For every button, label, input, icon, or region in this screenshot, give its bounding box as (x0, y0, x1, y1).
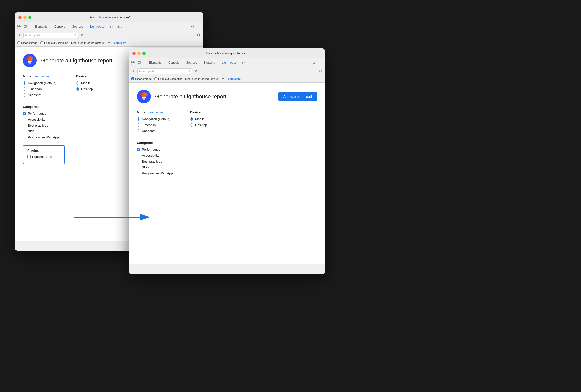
settings-gear-1[interactable]: ⚙ (196, 32, 201, 38)
tab-console-2[interactable]: Console (165, 58, 182, 67)
categories-section-2: Categories Performance Accessibility Bes… (137, 141, 317, 175)
maximize-button[interactable] (28, 16, 31, 19)
throttling-dropdown-1[interactable]: ▾ (108, 42, 110, 44)
svg-rect-17 (143, 99, 145, 100)
tab-more-2[interactable]: >> (241, 61, 247, 64)
plugin-publisher-ads-1[interactable]: Publisher Ads (27, 155, 60, 158)
mode-navigation-radio-2[interactable] (137, 117, 140, 120)
mode-snapshot-1[interactable]: Snapshot (23, 93, 56, 97)
plugins-section-1: Plugins Publisher Ads (23, 145, 65, 164)
mode-header-2: Mode Learn more (137, 110, 170, 114)
tab-sources-1[interactable]: Sources (69, 22, 86, 31)
throttling-label-1: Simulated throttling (default) (71, 42, 105, 44)
settings-icon-2[interactable]: ⚙ (311, 60, 316, 65)
new-report-text-2: (new report) (139, 70, 154, 73)
toolbar-right-1: ⚙ ⋮ (190, 24, 201, 29)
cat-performance-checkbox-2[interactable] (137, 148, 140, 151)
mode-snapshot-2[interactable]: Snapshot (137, 129, 170, 133)
device-desktop-1[interactable]: Desktop (76, 87, 93, 91)
js-sampling-checkbox-1[interactable] (40, 42, 43, 44)
warning-badge-1: ⚠️ 2 (117, 25, 122, 28)
cat-accessibility-checkbox-2[interactable] (137, 154, 140, 157)
cat-performance-checkbox-1[interactable] (23, 112, 26, 115)
clear-storage-checkbox-2[interactable] (131, 78, 134, 80)
cancel-icon-1[interactable]: ⊘ (79, 33, 84, 38)
cat-best-practices-2[interactable]: Best practices (137, 160, 317, 163)
new-report-input-1[interactable]: (new report) ▾ (23, 32, 78, 38)
cat-pwa-2[interactable]: Progressive Web App (137, 172, 317, 175)
cat-best-practices-checkbox-1[interactable] (23, 124, 26, 127)
learn-more-link-2[interactable]: Learn more (227, 78, 241, 80)
device-desktop-2[interactable]: Desktop (190, 123, 207, 127)
cat-seo-2[interactable]: SEO (137, 166, 317, 169)
mode-navigation-1[interactable]: Navigation (Default) (23, 81, 56, 85)
device-mobile-radio-1[interactable] (76, 82, 79, 84)
js-sampling-label-2[interactable]: Enable JS sampling (154, 78, 182, 80)
toolbar-sep-2 (144, 60, 144, 65)
mode-timespan-radio-1[interactable] (23, 87, 26, 90)
plugin-publisher-ads-checkbox-1[interactable] (27, 155, 30, 158)
clear-storage-checkbox-1[interactable] (17, 42, 20, 44)
mode-timespan-1[interactable]: Timespan (23, 87, 56, 91)
mode-timespan-radio-2[interactable] (137, 123, 140, 126)
tab-lighthouse-1[interactable]: Lighthouse (87, 22, 108, 31)
cat-pwa-checkbox-1[interactable] (23, 136, 26, 139)
warning-icon-1: ⚠️ (117, 25, 120, 28)
tab-lighthouse-2[interactable]: Lighthouse (219, 58, 240, 67)
device-mobile-radio-2[interactable] (190, 117, 193, 120)
inspect-icon-2[interactable] (131, 60, 136, 65)
cat-pwa-checkbox-2[interactable] (137, 172, 140, 175)
svg-rect-6 (28, 62, 31, 63)
device-col-1: Device Mobile Desktop (76, 74, 93, 99)
title-bar-2: DevTools - www.google.com/ (129, 48, 325, 58)
inspect-icon[interactable] (17, 24, 22, 29)
mode-navigation-radio-1[interactable] (23, 82, 26, 84)
minimize-button[interactable] (23, 16, 26, 19)
tab-elements-2[interactable]: Elements (146, 58, 164, 67)
settings-gear-2[interactable]: ⚙ (317, 68, 323, 74)
analyze-btn-2[interactable]: Analyze page load (278, 92, 317, 101)
device-icon[interactable] (23, 24, 28, 29)
mode-timespan-2[interactable]: Timespan (137, 123, 170, 127)
cancel-icon-2[interactable]: ⊘ (193, 69, 198, 74)
cat-seo-checkbox-2[interactable] (137, 166, 140, 169)
js-sampling-label-1[interactable]: Enable JS sampling (40, 42, 68, 44)
cat-seo-checkbox-1[interactable] (23, 130, 26, 133)
mode-navigation-2[interactable]: Navigation (Default) (137, 117, 170, 121)
svg-rect-11 (134, 61, 135, 62)
mode-snapshot-radio-1[interactable] (23, 93, 26, 96)
device-mobile-2[interactable]: Mobile (190, 117, 207, 121)
mode-learn-more-1[interactable]: Learn more (34, 75, 49, 78)
clear-storage-label-1[interactable]: Clear storage (17, 42, 37, 44)
tab-network-2[interactable]: Network (201, 58, 218, 67)
close-button[interactable] (18, 16, 21, 19)
device-desktop-radio-1[interactable] (76, 87, 79, 90)
tab-more-1[interactable]: >> (109, 25, 115, 28)
js-sampling-checkbox-2[interactable] (154, 78, 157, 80)
mode-snapshot-radio-2[interactable] (137, 129, 140, 132)
close-button-2[interactable] (132, 52, 136, 55)
cat-accessibility-2[interactable]: Accessibility (137, 154, 317, 157)
cat-performance-2[interactable]: Performance (137, 148, 317, 151)
cat-accessibility-checkbox-1[interactable] (23, 118, 26, 121)
throttling-dropdown-2[interactable]: ▾ (222, 78, 224, 80)
mode-learn-more-2[interactable]: Learn more (148, 111, 163, 114)
plus-icon-2[interactable]: + (131, 69, 136, 74)
tab-elements-1[interactable]: Elements (32, 22, 50, 31)
settings-icon-1[interactable]: ⚙ (190, 24, 195, 29)
tab-console-1[interactable]: Console (51, 22, 68, 31)
device-desktop-radio-2[interactable] (190, 123, 193, 126)
maximize-button-2[interactable] (142, 52, 145, 55)
cat-best-practices-checkbox-2[interactable] (137, 160, 140, 163)
device-mobile-1[interactable]: Mobile (76, 81, 93, 85)
device-icon-2[interactable] (137, 60, 142, 65)
more-icon-2[interactable]: ⋮ (318, 60, 323, 65)
new-report-input-2[interactable]: (new report) ▾ (137, 68, 192, 74)
clear-storage-label-2[interactable]: Clear storage (131, 78, 151, 80)
tab-sources-2[interactable]: Sources (183, 58, 200, 67)
window-title-2: DevTools - www.google.com/ (206, 51, 248, 55)
plus-icon-1[interactable]: + (17, 33, 22, 38)
minimize-button-2[interactable] (137, 52, 141, 55)
more-icon-1[interactable]: ⋮ (196, 24, 201, 29)
learn-more-link-1[interactable]: Learn more (113, 42, 126, 44)
